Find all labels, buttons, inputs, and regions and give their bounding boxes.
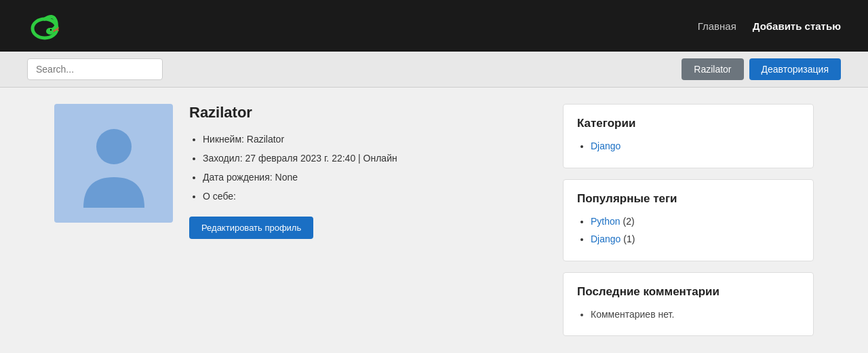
profile-info: Razilator Никнейм: Razilator Заходил: 27… <box>189 104 547 239</box>
tag-django-link[interactable]: Django <box>591 234 620 244</box>
avatar <box>54 104 173 223</box>
logo-area <box>27 8 62 43</box>
main-content: Razilator Никнейм: Razilator Заходил: 27… <box>27 104 841 336</box>
profile-nickname: Никнейм: Razilator <box>203 130 547 149</box>
edit-profile-button[interactable]: Редактировать профиль <box>189 217 313 239</box>
recent-comments-list: Комментариев нет. <box>577 305 800 324</box>
nav-home[interactable]: Главная <box>698 20 736 32</box>
search-input[interactable] <box>27 58 163 80</box>
profile-about: О себе: <box>203 187 547 206</box>
nav-links: Главная Добавить статью <box>698 20 841 32</box>
list-item: Django (1) <box>591 230 800 248</box>
svg-point-3 <box>96 129 132 164</box>
avatar-icon <box>77 119 151 208</box>
sidebar: Категории Django Популярные теги Python … <box>563 104 814 336</box>
profile-section: Razilator Никнейм: Razilator Заходил: 27… <box>54 104 547 336</box>
recent-comments-title: Последние комментарии <box>577 285 800 299</box>
logout-button[interactable]: Деавторизация <box>749 58 841 80</box>
tag-django-count: (1) <box>623 234 635 244</box>
profile-last-login: Заходил: 27 февраля 2023 г. 22:40 | Онла… <box>203 149 547 168</box>
svg-point-2 <box>50 29 52 31</box>
profile-name: Razilator <box>189 104 547 122</box>
popular-tags-list: Python (2) Django (1) <box>577 212 800 248</box>
svg-point-1 <box>46 28 54 35</box>
username-button[interactable]: Razilator <box>682 58 743 80</box>
header: Главная Добавить статью <box>0 0 868 52</box>
recent-comments-card: Последние комментарии Комментариев нет. <box>563 272 814 337</box>
list-item: Python (2) <box>591 212 800 231</box>
tag-python-count: (2) <box>623 216 634 227</box>
categories-card: Категории Django <box>563 104 814 168</box>
popular-tags-card: Популярные теги Python (2) Django (1) <box>563 179 814 261</box>
nav-add-article[interactable]: Добавить статью <box>753 20 841 32</box>
profile-birthdate: Дата рождения: None <box>203 168 547 187</box>
tag-python-link[interactable]: Python <box>591 216 620 227</box>
auth-buttons: Razilator Деавторизация <box>682 58 841 80</box>
no-comments-label: Комментариев нет. <box>591 305 800 324</box>
categories-title: Категории <box>577 117 800 130</box>
list-item: Django <box>591 137 800 155</box>
categories-list: Django <box>577 137 800 155</box>
category-django-link[interactable]: Django <box>591 141 620 151</box>
logo-icon <box>27 8 62 43</box>
profile-details: Никнейм: Razilator Заходил: 27 февраля 2… <box>189 130 547 206</box>
search-row: Razilator Деавторизация <box>0 52 868 88</box>
popular-tags-title: Популярные теги <box>577 192 800 206</box>
